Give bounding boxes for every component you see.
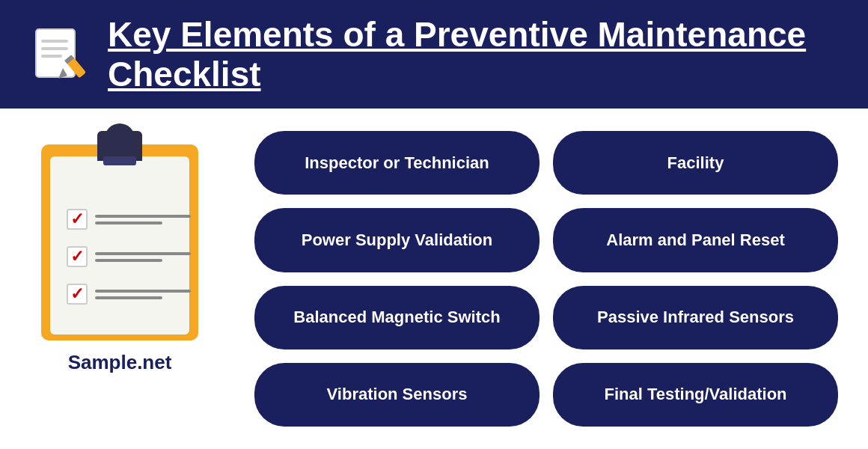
header: Key Elements of a Preventive Maintenance… bbox=[0, 0, 868, 109]
page-title: Key Elements of a Preventive Maintenance… bbox=[108, 15, 838, 94]
btn-power-supply[interactable]: Power Supply Validation bbox=[254, 208, 540, 272]
lines-2 bbox=[95, 252, 191, 262]
line-short bbox=[95, 259, 162, 262]
clipboard-paper: ✓ ✓ bbox=[50, 156, 189, 335]
lines-3 bbox=[95, 290, 191, 299]
check-item-3: ✓ bbox=[67, 284, 191, 305]
line bbox=[95, 252, 191, 255]
check-item-2: ✓ bbox=[67, 246, 191, 267]
clipboard-clip bbox=[97, 131, 142, 161]
svg-rect-0 bbox=[36, 29, 75, 77]
checkmark-1: ✓ bbox=[70, 211, 84, 227]
btn-alarm-panel[interactable]: Alarm and Panel Reset bbox=[553, 208, 838, 272]
line-short bbox=[95, 222, 162, 224]
btn-balanced-magnetic[interactable]: Balanced Magnetic Switch bbox=[254, 286, 540, 349]
main-content: ✓ ✓ bbox=[0, 109, 868, 449]
svg-rect-3 bbox=[41, 55, 62, 58]
checkmark-2: ✓ bbox=[70, 248, 84, 265]
checkbox-2: ✓ bbox=[67, 246, 88, 267]
svg-rect-1 bbox=[41, 40, 68, 43]
checkmark-3: ✓ bbox=[70, 286, 84, 302]
buttons-grid: Inspector or Technician Facility Power S… bbox=[239, 123, 846, 434]
svg-rect-2 bbox=[41, 47, 68, 50]
checklist-items: ✓ ✓ bbox=[67, 209, 191, 321]
btn-inspector[interactable]: Inspector or Technician bbox=[254, 131, 540, 195]
btn-vibration[interactable]: Vibration Sensors bbox=[254, 363, 540, 427]
brand-label: Sample.net bbox=[68, 351, 172, 374]
checkbox-3: ✓ bbox=[67, 284, 88, 305]
header-icon bbox=[30, 25, 90, 85]
btn-facility[interactable]: Facility bbox=[553, 131, 838, 195]
line-short bbox=[95, 296, 162, 299]
line bbox=[95, 290, 191, 293]
line bbox=[95, 215, 191, 218]
clipboard-illustration: ✓ ✓ bbox=[41, 131, 198, 340]
btn-final-testing[interactable]: Final Testing/Validation bbox=[553, 363, 838, 427]
check-item-1: ✓ bbox=[67, 209, 191, 230]
btn-passive-infrared[interactable]: Passive Infrared Sensors bbox=[553, 286, 838, 349]
checkbox-1: ✓ bbox=[67, 209, 88, 230]
left-panel: ✓ ✓ bbox=[15, 123, 224, 434]
lines-1 bbox=[95, 215, 191, 224]
